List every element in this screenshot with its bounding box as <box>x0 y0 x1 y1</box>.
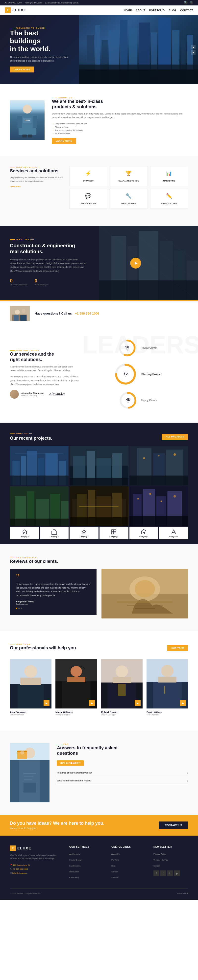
chart-clients: 48 % Happy Clients <box>118 390 156 410</box>
review-dot-1[interactable] <box>16 608 18 609</box>
category-icon-2[interactable]: Category 2 <box>40 527 69 539</box>
cta-text: Do you have ideas? We are here to help y… <box>10 821 104 830</box>
pro-badge-2[interactable]: ▶ <box>89 700 95 706</box>
svg-rect-142 <box>24 776 34 777</box>
project-card-5[interactable] <box>70 487 128 526</box>
svg-rect-82 <box>70 517 128 526</box>
nav-contact[interactable]: Contact <box>180 9 193 12</box>
professionals-header: Our Team Our professionals will help you… <box>10 643 188 653</box>
nav-links: Home About Portfolio Blog Contact <box>124 8 193 13</box>
footer-link-blog[interactable]: Blog <box>111 865 115 867</box>
hero-arrow-down[interactable]: ▼ <box>191 50 196 55</box>
author-info: Alexander Thompson Head of Company <box>21 392 44 397</box>
hero-cta-button[interactable]: Learn More <box>10 67 34 72</box>
pro-name-1: Alex Johnson <box>10 711 51 714</box>
footer-services-heading: Our Services <box>69 845 104 848</box>
projects-subtitle: Portfolio <box>10 433 52 435</box>
play-button[interactable]: ▶ <box>130 258 141 269</box>
cart-icon[interactable]: 🛒 <box>190 1 193 5</box>
cta-contact-button[interactable]: Contact Us <box>159 821 188 829</box>
project-card-4[interactable] <box>10 487 69 526</box>
about-image: PLANS <box>10 100 45 140</box>
solutions-desc1: A good service is something we promise b… <box>10 365 79 373</box>
professionals-title: Our professionals will help you. <box>10 646 77 651</box>
svg-rect-139 <box>40 760 50 802</box>
maintenance-icon <box>125 193 133 200</box>
nav-blog[interactable]: Blog <box>169 9 176 12</box>
category-icon-1[interactable]: Category 1 <box>10 527 39 539</box>
footer-link-support[interactable]: Support <box>153 865 160 867</box>
footer-logo: E ELUXE <box>10 845 62 851</box>
footer-link-portfolio[interactable]: Portfolio <box>111 859 118 861</box>
footer-phone[interactable]: 📞 +1 990 990 9090 <box>10 867 62 871</box>
faq-item-1[interactable]: Features of the team inner work? ∨ <box>57 769 188 777</box>
pro-badge-3[interactable]: ▶ <box>135 700 141 706</box>
category-icon-4[interactable]: Category 4 <box>99 527 128 539</box>
project-card-6[interactable] <box>129 487 188 526</box>
reviews-section: Testimonials Reviews of our clients. " I… <box>0 544 198 631</box>
footer-newsletter-heading: Newsletter <box>153 845 188 848</box>
svg-point-90 <box>137 498 139 500</box>
footer-services-column: Our Services Architecture Interior Desig… <box>69 845 104 881</box>
services-learn-more[interactable]: Learn More <box>10 186 64 188</box>
review-dot-3[interactable] <box>21 608 22 609</box>
projects-all-button[interactable]: All Projects <box>162 434 188 440</box>
hero-arrow-up[interactable]: ▲ <box>191 45 196 49</box>
review-author-role: Businessman <box>16 603 91 605</box>
solutions-title: Our services and the right solutions. <box>10 352 79 362</box>
footer-link-architecture[interactable]: Architecture <box>69 853 80 855</box>
svg-rect-116 <box>67 677 85 682</box>
nav-home[interactable]: Home <box>124 9 132 12</box>
solutions-desc2: Our company was started more than forty … <box>10 375 79 386</box>
footer-link-contact[interactable]: Contact <box>111 877 118 879</box>
about-subtitle: About Us <box>52 97 188 99</box>
social-youtube[interactable]: ▶ <box>174 870 180 877</box>
svg-rect-83 <box>80 506 118 507</box>
svg-rect-94 <box>52 531 57 535</box>
svg-rect-123 <box>101 682 107 708</box>
about-cta-button[interactable]: Learn More <box>52 138 76 144</box>
review-dot-2[interactable] <box>18 608 20 609</box>
project-card-1[interactable] <box>10 446 69 485</box>
social-facebook[interactable]: f <box>153 870 160 877</box>
professionals-cta-button[interactable]: Our Team <box>167 645 188 651</box>
category-icon-6[interactable]: Category 6 <box>159 527 188 539</box>
pro-badge-1[interactable]: ▶ <box>43 700 50 706</box>
social-instagram[interactable]: in <box>167 870 173 877</box>
footer-email[interactable]: ✉ hello@eluxe.com <box>10 871 62 875</box>
author-title: Head of Company <box>21 395 44 397</box>
project-card-3[interactable] <box>129 446 188 485</box>
top-bar-email[interactable]: hello@eluxe.com <box>25 2 42 4</box>
faq-item-2[interactable]: What is the construction report? ∨ <box>57 777 188 785</box>
logo[interactable]: E ELUXE <box>5 8 27 13</box>
callus-phone[interactable]: +1 990 394 1006 <box>75 312 99 315</box>
projects-title: Our recent projects. <box>10 436 52 441</box>
category-icon-3[interactable]: Category 3 <box>70 527 99 539</box>
project-card-2[interactable] <box>70 446 128 485</box>
svg-rect-105 <box>127 605 163 606</box>
faq-cta-button[interactable]: How do we work? <box>57 760 84 765</box>
social-twitter[interactable]: t <box>160 870 166 877</box>
search-icon[interactable]: 🔍 <box>184 1 188 5</box>
pro-badge-4[interactable]: ▶ <box>180 700 186 706</box>
cta-subtitle: We are here to help you <box>10 827 104 830</box>
services-title: Services and solutions <box>10 169 64 174</box>
footer-link-privacy[interactable]: Privacy Policy <box>153 853 166 855</box>
svg-rect-106 <box>135 608 155 609</box>
nav-about[interactable]: About <box>136 9 145 12</box>
svg-point-140 <box>20 751 24 754</box>
professionals-title-area: Our Team Our professionals will help you… <box>10 643 77 653</box>
category-icon-5[interactable]: Category 5 <box>129 527 158 539</box>
footer-link-consulting[interactable]: Consulting <box>69 877 79 879</box>
svg-point-114 <box>70 666 82 677</box>
footer-link-interior[interactable]: Interior Design <box>69 859 82 861</box>
footer-link-careers[interactable]: Careers <box>111 871 118 873</box>
nav-portfolio[interactable]: Portfolio <box>149 9 165 12</box>
footer-link-about[interactable]: About Us <box>111 853 120 855</box>
footer-link-landscaping[interactable]: Landscaping <box>69 865 80 867</box>
charts-area: 56 % Review Growth 75 % Starting Project <box>87 338 188 410</box>
svg-rect-109 <box>14 684 48 708</box>
footer-link-terms[interactable]: Terms of Service <box>153 859 168 861</box>
top-bar-phone[interactable]: +1 990 990 9090 <box>5 2 22 4</box>
footer-link-renovation[interactable]: Renovation <box>69 871 79 873</box>
